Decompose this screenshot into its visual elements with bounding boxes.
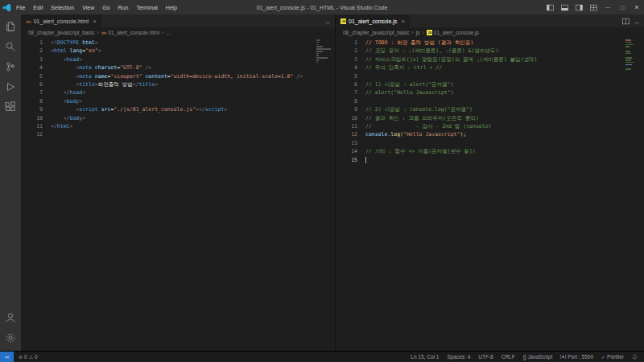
language-mode[interactable]: {} JavaScript (521, 354, 555, 360)
code-line[interactable]: // 결과 확인 : 크롬 브라우저(오른쪽 클릭) (365, 114, 644, 122)
code-line[interactable] (365, 72, 644, 80)
split-editor-icon[interactable] (622, 14, 630, 28)
code-line[interactable]: <title>화면출력 방법</title> (51, 80, 335, 88)
toggle-sidebar-icon[interactable] (543, 0, 557, 14)
toggle-panel-icon[interactable] (557, 0, 572, 14)
breadcrumb-file[interactable]: 01_alert_console.html (101, 30, 159, 35)
minimap[interactable] (625, 39, 642, 73)
code-line[interactable] (51, 130, 335, 138)
chevron-right-icon (422, 30, 423, 35)
editor-group-js: 01_alert_console.js 08_chapter_javascrip… (336, 14, 644, 351)
menu-terminal[interactable]: Terminal (133, 5, 160, 10)
more-actions-icon[interactable] (634, 14, 638, 28)
breadcrumb-folder[interactable]: 08_chapter_javascript_basic (343, 30, 409, 35)
code-line[interactable]: <head> (51, 56, 335, 64)
code-line[interactable]: <meta name="viewport" content="width=dev… (51, 72, 335, 80)
code-line[interactable]: <!DOCTYPE html> (51, 39, 335, 47)
right-breadcrumb: 08_chapter_javascript_basic js 01_alert_… (336, 27, 644, 37)
code-line[interactable]: // 주석 단축키 : ctrl + // (365, 64, 644, 72)
code-line[interactable]: // TODO : 화면 출력 방법 (결과 확인용) (365, 39, 644, 47)
maximize-button[interactable] (615, 0, 630, 14)
breadcrumb-subfolder[interactable]: js (416, 30, 420, 35)
left-tab-bar: 01_alert_console.html (21, 14, 335, 27)
tab-close-icon[interactable] (93, 18, 97, 25)
code-line[interactable] (365, 97, 644, 105)
breadcrumb-file[interactable]: 01_alert_console.js (427, 30, 479, 35)
editor-group-html: 01_alert_console.html 08_chapter_javascr… (21, 14, 336, 351)
error-count: 0 (24, 354, 27, 360)
more-actions-icon[interactable] (325, 14, 329, 28)
code-line[interactable]: // 자바스크립트(js) 명령문(문장)의 끝에 ;(세미콜론) 붙임(생략) (365, 56, 644, 64)
line-number: 5 (21, 72, 43, 80)
minimize-button[interactable] (601, 0, 615, 14)
breadcrumb-file-label: 01_alert_console.html (108, 30, 159, 35)
line-number: 11 (336, 122, 358, 130)
left-tab-actions (320, 14, 335, 27)
title-bar: File Edit Selection View Go Run Terminal… (0, 0, 644, 14)
minimap[interactable] (316, 39, 332, 66)
line-number: 5 (336, 72, 358, 80)
line-number: 13 (336, 139, 358, 147)
code-line[interactable]: // 2) 사용법 : console.log("문자열") (365, 105, 644, 113)
line-number: 12 (336, 130, 358, 138)
problems-indicator[interactable]: 0 0 (16, 354, 40, 360)
menu-edit[interactable]: Edit (30, 5, 46, 10)
code-line[interactable]: // 기타 : 함수 <> 이름(문자열[변수 등]) (365, 147, 644, 155)
html-code-editor[interactable]: 123456789101112 <!DOCTYPE html><html lan… (21, 37, 335, 351)
code-line[interactable]: <script src="./js/01_alert_console.js"><… (51, 105, 335, 113)
extensions-icon[interactable] (4, 101, 17, 113)
warning-count: 0 (35, 354, 38, 360)
remote-indicator[interactable] (0, 352, 14, 362)
code-line[interactable]: </head> (51, 88, 335, 97)
source-control-icon[interactable] (4, 60, 17, 73)
status-bar: 0 0 Ln 15, Col 1 Spaces: 4 UTF-8 CRLF {}… (0, 351, 644, 362)
js-code-editor[interactable]: 123456789101112131415 // TODO : 화면 출력 방법… (336, 37, 644, 351)
menu-help[interactable]: Help (163, 5, 180, 10)
code-line[interactable] (365, 139, 644, 147)
menu-file[interactable]: File (13, 5, 28, 10)
tab-01-alert-console-js[interactable]: 01_alert_console.js (336, 14, 411, 27)
line-number: 3 (336, 56, 358, 64)
breadcrumb-folder[interactable]: 08_chapter_javascript_basic (28, 30, 94, 35)
tab-close-icon[interactable] (401, 18, 405, 25)
explorer-icon[interactable] (4, 20, 17, 33)
activity-bar (0, 14, 21, 351)
code-line[interactable]: // - 검사 - 2nd 탭 (console) (365, 122, 644, 130)
menu-view[interactable]: View (79, 5, 97, 10)
code-line[interactable]: // alert("Hello Javascript") (365, 88, 644, 97)
line-number: 6 (21, 80, 43, 88)
live-server-port[interactable]: Port : 5500 (558, 354, 596, 360)
breadcrumb-symbol[interactable]: ... (166, 30, 170, 35)
code-line[interactable] (365, 156, 644, 164)
code-line[interactable]: <meta charset="UTF-8" /> (51, 64, 335, 72)
cursor-position[interactable]: Ln 15, Col 1 (408, 354, 441, 360)
line-number: 10 (21, 114, 43, 122)
code-line[interactable]: <html lang="en"> (51, 47, 335, 55)
formatter-indicator[interactable]: Prettier (599, 354, 626, 360)
check-icon (601, 354, 605, 360)
menu-run[interactable]: Run (115, 5, 132, 10)
code-line[interactable]: console.log("Hello Javascript"); (365, 130, 644, 138)
search-icon[interactable] (4, 40, 17, 53)
toggle-secondary-sidebar-icon[interactable] (572, 0, 586, 14)
code-line[interactable]: // 코딩 용어 : ;(세미콜론), :(콜론) &(앰퍼샌드) (365, 47, 644, 55)
code-line[interactable]: </html> (51, 122, 335, 130)
customize-layout-icon[interactable] (586, 0, 601, 14)
code-line[interactable]: // 1) 사용법 : alert("문자열") (365, 80, 644, 88)
encoding-setting[interactable]: UTF-8 (476, 354, 495, 360)
close-button[interactable] (630, 0, 644, 14)
account-icon[interactable] (4, 311, 17, 324)
indentation-setting[interactable]: Spaces: 4 (444, 354, 473, 360)
tab-01-alert-console-html[interactable]: 01_alert_console.html (21, 14, 102, 27)
eol-setting[interactable]: CRLF (499, 354, 518, 360)
menu-go[interactable]: Go (99, 5, 113, 10)
settings-gear-icon[interactable] (4, 331, 17, 344)
notifications-bell-icon[interactable] (630, 354, 640, 360)
code-line[interactable]: </body> (51, 114, 335, 122)
code-line[interactable]: <body> (51, 97, 335, 105)
menu-selection[interactable]: Selection (47, 5, 77, 10)
run-debug-icon[interactable] (4, 80, 17, 93)
code-content[interactable]: <!DOCTYPE html><html lang="en"> <head> <… (43, 39, 335, 351)
js-file-icon (341, 19, 346, 24)
code-content[interactable]: // TODO : 화면 출력 방법 (결과 확인용)// 코딩 용어 : ;(… (358, 39, 644, 351)
